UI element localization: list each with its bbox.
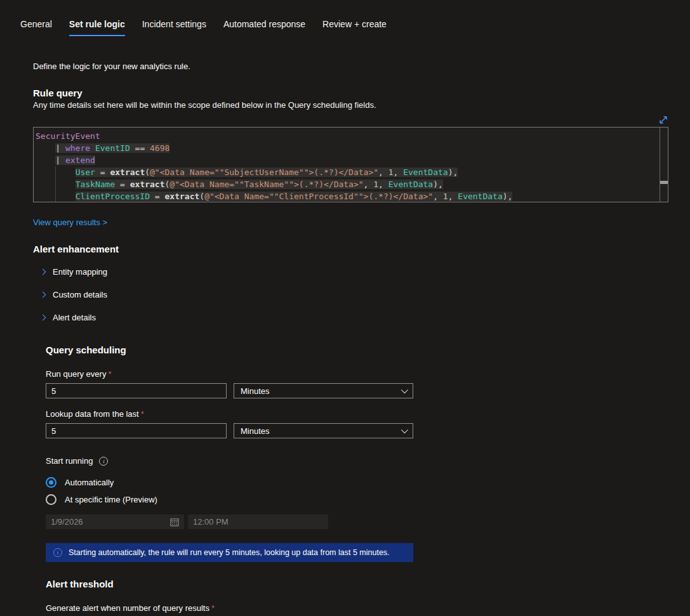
tab-set-rule-logic[interactable]: Set rule logic [69,19,125,36]
required-asterisk: * [141,409,144,419]
wizard-tabs: General Set rule logic Incident settings… [0,0,690,36]
start-running-label: Start running [46,456,93,466]
info-icon: i [53,548,62,557]
tab-automated-response[interactable]: Automated response [223,19,305,36]
schedule-info-text: Starting automatically, the rule will ru… [69,548,390,557]
calendar-icon [170,518,179,527]
query-scheduling-title: Query scheduling [46,344,668,355]
custom-details-label: Custom details [53,290,107,299]
generate-alert-label: Generate alert when number of query resu… [46,603,668,613]
chevron-down-icon [401,386,408,393]
required-asterisk: * [211,603,215,613]
chevron-down-icon [401,426,408,433]
start-date-picker[interactable]: 1/9/2026 [46,514,184,529]
alert-threshold-title: Alert threshold [46,579,668,589]
custom-details-expander[interactable]: Custom details [41,289,668,300]
radio-unselected-icon [46,494,56,505]
indent-guide [55,166,56,202]
start-specific-time-label: At specific time (Preview) [65,495,157,504]
expand-editor-icon[interactable] [658,115,668,125]
tab-incident-settings[interactable]: Incident settings [142,19,206,36]
entity-mapping-label: Entity mapping [53,267,107,277]
intro-text: Define the logic for your new analytics … [33,62,668,71]
lookup-data-unit-value: Minutes [241,426,270,436]
schedule-info-banner: i Starting automatically, the rule will … [46,543,413,562]
entity-mapping-expander[interactable]: Entity mapping [41,266,668,277]
chevron-right-icon [40,314,46,320]
start-date-value: 1/9/2026 [51,517,83,527]
code-lines: SecurityEvent | where EventID == 4698 | … [34,128,668,202]
rule-query-subtitle: Any time details set here will be within… [33,100,668,110]
run-query-every-unit-value: Minutes [241,386,270,396]
lookup-data-input[interactable] [46,423,227,438]
alert-enhancement-title: Alert enhancement [33,244,668,254]
chevron-right-icon [40,291,46,298]
start-specific-time-radio[interactable]: At specific time (Preview) [46,494,668,505]
start-time-picker[interactable]: 12:00 PM [188,514,328,529]
lookup-data-label: Lookup data from the last* [46,409,668,419]
start-time-value: 12:00 PM [193,517,229,527]
run-query-every-label: Run query every* [46,369,668,379]
view-query-results-link[interactable]: View query results > [33,218,107,227]
required-asterisk: * [108,369,111,379]
tab-review-create[interactable]: Review + create [322,19,387,36]
chevron-right-icon [40,268,46,275]
rule-query-title: Rule query [33,88,668,98]
lookup-data-unit-select[interactable]: Minutes [234,423,413,438]
radio-selected-icon [46,477,56,488]
run-query-every-input[interactable] [46,383,227,398]
start-automatically-label: Automatically [65,478,114,487]
info-icon[interactable]: i [99,457,108,466]
alert-details-expander[interactable]: Alert details [41,311,668,323]
start-automatically-radio[interactable]: Automatically [46,477,668,488]
query-code-editor[interactable]: SecurityEvent | where EventID == 4698 | … [33,127,668,202]
editor-scrollbar[interactable] [660,128,668,202]
run-query-every-unit-select[interactable]: Minutes [234,383,413,398]
alert-details-label: Alert details [53,313,96,322]
tab-general[interactable]: General [20,19,52,36]
editor-scrollbar-thumb[interactable] [660,181,668,184]
